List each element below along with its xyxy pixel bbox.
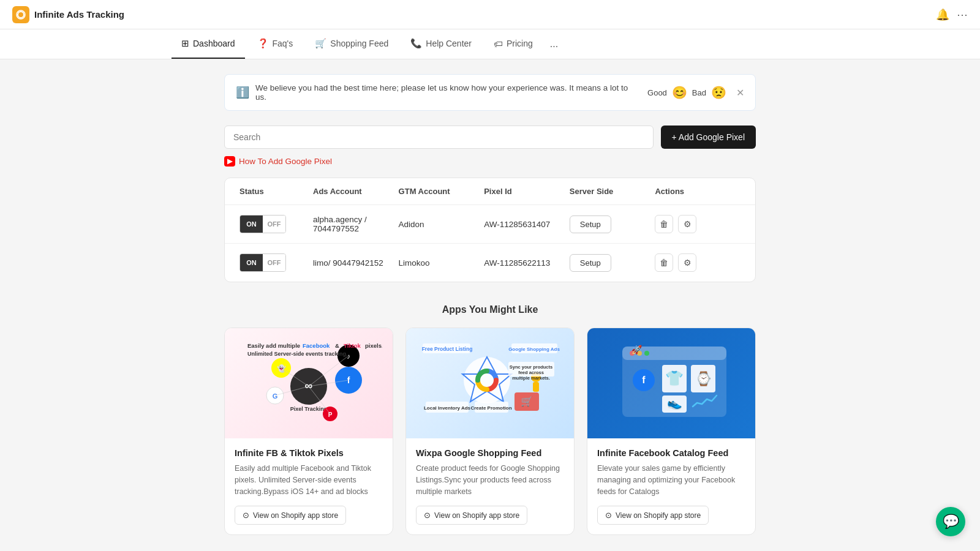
pixel-id-row1: AW-11285631407 bbox=[484, 220, 570, 229]
shopify-btn-label-fb-catalog: View on Shopify app store bbox=[616, 511, 701, 520]
app-logo bbox=[12, 6, 29, 23]
app-card-image-wixpa: 🛒 Free Product Listing Google Shopping A… bbox=[406, 328, 574, 438]
col-pixel-id: Pixel Id bbox=[484, 187, 570, 196]
app-card-title-wixpa: Wixpa Google Shopping Feed bbox=[416, 448, 564, 458]
bell-icon[interactable]: 🔔 bbox=[936, 8, 949, 21]
app-card-body-fb-catalog: Infinite Facebook Catalog Feed Elevate y… bbox=[587, 438, 755, 534]
svg-text:multiple markets.: multiple markets. bbox=[512, 375, 550, 381]
good-emoji-button[interactable]: 😊 bbox=[672, 85, 687, 100]
how-to-link[interactable]: ▶ How To Add Google Pixel bbox=[224, 156, 756, 167]
col-gtm-account: GTM Account bbox=[399, 187, 484, 196]
topbar-left: Infinite Ads Tracking bbox=[12, 6, 124, 23]
banner-close-button[interactable]: ✕ bbox=[736, 87, 744, 99]
apps-grid: ∞ Pixel Tracking f ♪ 👻 G bbox=[224, 328, 756, 535]
app-card-title-fb-catalog: Infinite Facebook Catalog Feed bbox=[597, 448, 745, 458]
app-card-title-fb-tiktok: Infinite FB & Tiktok Pixels bbox=[235, 448, 383, 458]
app-card-fb-tiktok: ∞ Pixel Tracking f ♪ 👻 G bbox=[224, 328, 393, 535]
col-ads-account: Ads Account bbox=[313, 187, 399, 196]
col-server-side: Server Side bbox=[570, 187, 655, 196]
app-title: Infinite Ads Tracking bbox=[34, 9, 124, 20]
pixel-id-row2: AW-11285622113 bbox=[484, 258, 570, 268]
actions-row1: 🗑 ⚙ bbox=[655, 215, 741, 233]
nav-bar: ⊞ Dashboard ❓ Faq's 🛒 Shopping Feed 📞 He… bbox=[0, 29, 980, 59]
app-card-body-wixpa: Wixpa Google Shopping Feed Create produc… bbox=[406, 438, 574, 534]
apps-section: Apps You Might Like ∞ Pixel Tracking f bbox=[224, 304, 756, 535]
svg-text:👕: 👕 bbox=[665, 369, 684, 387]
trash-icon-row2: 🗑 bbox=[660, 258, 668, 268]
topbar-right: 🔔 ⋯ bbox=[936, 8, 968, 21]
apps-section-title: Apps You Might Like bbox=[224, 304, 756, 315]
pixels-table: Status Ads Account GTM Account Pixel Id … bbox=[224, 178, 756, 282]
delete-button-row1[interactable]: 🗑 bbox=[655, 215, 673, 233]
tab-faqs-label: Faq's bbox=[273, 39, 293, 48]
more-icon[interactable]: ⋯ bbox=[957, 8, 968, 21]
search-row: + Add Google Pixel bbox=[224, 126, 756, 149]
svg-point-24 bbox=[464, 357, 510, 403]
tab-pricing[interactable]: 🏷 Pricing bbox=[484, 30, 543, 59]
tab-shopping-feed[interactable]: 🛒 Shopping Feed bbox=[305, 29, 398, 59]
add-google-pixel-button[interactable]: + Add Google Pixel bbox=[661, 126, 756, 149]
table-header: Status Ads Account GTM Account Pixel Id … bbox=[225, 178, 755, 205]
info-banner-left: ℹ️ We believe you had the best time here… bbox=[236, 83, 640, 102]
bad-label: Bad bbox=[692, 88, 706, 97]
bad-emoji-button[interactable]: 😟 bbox=[711, 85, 726, 100]
svg-text:Create Promotion: Create Promotion bbox=[470, 405, 511, 411]
shopify-btn-fb-catalog[interactable]: ⊙ View on Shopify app store bbox=[597, 506, 709, 525]
toggle-on-row2[interactable]: ON bbox=[240, 254, 263, 271]
toggle-row1[interactable]: ON OFF bbox=[239, 215, 313, 233]
nav-more-button[interactable]: ... bbox=[545, 30, 563, 58]
topbar: Infinite Ads Tracking 🔔 ⋯ bbox=[0, 0, 980, 29]
svg-rect-28 bbox=[533, 382, 539, 392]
tab-faqs[interactable]: ❓ Faq's bbox=[247, 29, 303, 59]
svg-text:Free Product Listing: Free Product Listing bbox=[422, 346, 473, 352]
info-banner-right: Good 😊 Bad 😟 ✕ bbox=[647, 85, 744, 100]
tab-dashboard-label: Dashboard bbox=[193, 39, 235, 48]
svg-text:Facebook: Facebook bbox=[303, 342, 330, 349]
svg-text:f: f bbox=[642, 375, 646, 385]
settings-button-row1[interactable]: ⚙ bbox=[678, 215, 696, 233]
gear-icon-row2: ⚙ bbox=[684, 258, 692, 268]
app-card-desc-wixpa: Create product feeds for Google Shopping… bbox=[416, 463, 564, 497]
tab-help-center[interactable]: 📞 Help Center bbox=[401, 29, 481, 59]
good-label: Good bbox=[647, 88, 667, 97]
pricing-icon: 🏷 bbox=[494, 39, 503, 49]
shopify-icon-fb-tiktok: ⊙ bbox=[243, 511, 249, 520]
toggle-on-row1[interactable]: ON bbox=[240, 216, 263, 233]
svg-text:Local Inventory Ads: Local Inventory Ads bbox=[424, 405, 471, 411]
server-side-row1: Setup bbox=[570, 216, 655, 233]
settings-button-row2[interactable]: ⚙ bbox=[678, 253, 696, 272]
svg-text:⌚: ⌚ bbox=[695, 370, 712, 387]
toggle-off-row1[interactable]: OFF bbox=[263, 216, 285, 233]
app-card-desc-fb-catalog: Elevate your sales game by efficiently m… bbox=[597, 463, 745, 497]
gear-icon-row1: ⚙ bbox=[684, 219, 692, 229]
delete-button-row2[interactable]: 🗑 bbox=[655, 253, 673, 272]
svg-text:🛒: 🛒 bbox=[521, 395, 533, 407]
chat-bubble-button[interactable]: 💬 bbox=[936, 507, 965, 536]
shopify-btn-fb-tiktok[interactable]: ⊙ View on Shopify app store bbox=[235, 506, 346, 525]
chat-icon: 💬 bbox=[943, 514, 959, 530]
svg-text:feed across: feed across bbox=[518, 370, 544, 375]
actions-row2: 🗑 ⚙ bbox=[655, 253, 741, 272]
tab-help-center-label: Help Center bbox=[426, 39, 472, 48]
shopify-btn-label-wixpa: View on Shopify app store bbox=[434, 511, 519, 520]
svg-text:G: G bbox=[273, 392, 278, 400]
svg-text:Tiktok: Tiktok bbox=[344, 342, 361, 349]
how-to-label: How To Add Google Pixel bbox=[239, 157, 332, 166]
tab-pricing-label: Pricing bbox=[507, 39, 533, 48]
tab-dashboard[interactable]: ⊞ Dashboard bbox=[172, 29, 245, 59]
setup-button-row2[interactable]: Setup bbox=[570, 254, 611, 272]
banner-text: We believe you had the best time here; p… bbox=[255, 83, 640, 102]
col-status: Status bbox=[239, 187, 313, 196]
shopify-btn-label-fb-tiktok: View on Shopify app store bbox=[253, 511, 338, 520]
search-input[interactable] bbox=[224, 126, 654, 149]
toggle-off-row2[interactable]: OFF bbox=[263, 254, 285, 271]
shopify-btn-wixpa[interactable]: ⊙ View on Shopify app store bbox=[416, 506, 527, 525]
youtube-icon: ▶ bbox=[224, 156, 235, 167]
app-card-image-fb-catalog: f 👕 ⌚ 👟 🚀 bbox=[587, 328, 755, 438]
setup-button-row1[interactable]: Setup bbox=[570, 216, 611, 233]
table-row: ON OFF alpha.agency / 7044797552 Adidon … bbox=[225, 205, 755, 244]
svg-text:Sync your products: Sync your products bbox=[510, 364, 552, 370]
app-card-body-fb-tiktok: Infinite FB & Tiktok Pixels Easily add m… bbox=[225, 438, 393, 534]
toggle-row2[interactable]: ON OFF bbox=[239, 253, 313, 272]
svg-text:👟: 👟 bbox=[667, 395, 682, 410]
